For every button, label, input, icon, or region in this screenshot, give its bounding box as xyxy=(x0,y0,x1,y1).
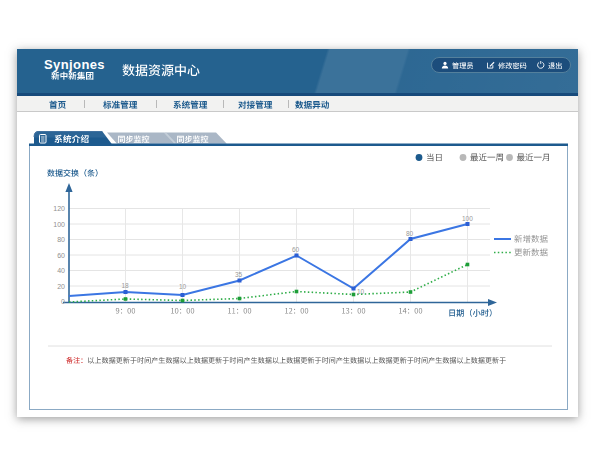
svg-text:60: 60 xyxy=(292,246,300,253)
svg-text:10: 10 xyxy=(357,288,365,295)
svg-text:60: 60 xyxy=(57,252,65,259)
svg-text:10: 10 xyxy=(179,283,187,290)
svg-text:120: 120 xyxy=(53,205,65,212)
svg-text:18: 18 xyxy=(122,282,130,289)
svg-text:40: 40 xyxy=(57,267,65,274)
svg-text:0: 0 xyxy=(61,298,65,305)
svg-text:35: 35 xyxy=(235,271,243,278)
svg-text:100: 100 xyxy=(53,221,65,228)
svg-text:20: 20 xyxy=(57,283,65,290)
svg-text:80: 80 xyxy=(406,230,414,237)
svg-text:80: 80 xyxy=(57,236,65,243)
svg-text:100: 100 xyxy=(462,215,473,222)
